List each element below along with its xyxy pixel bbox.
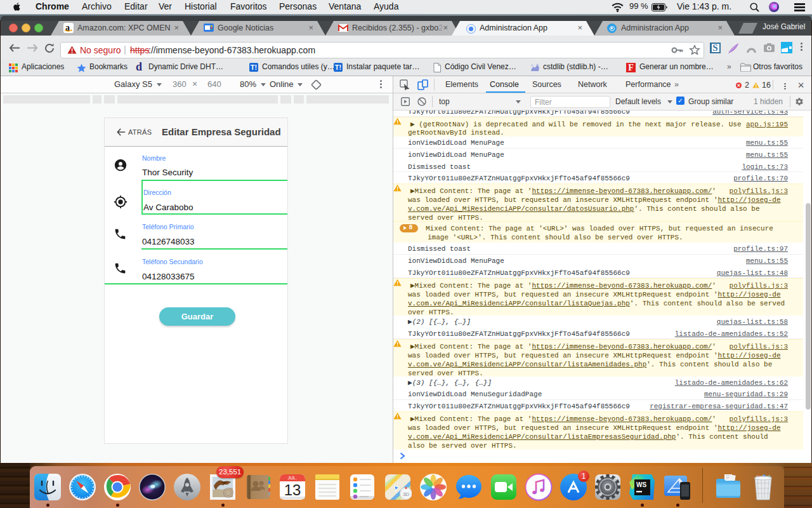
svg-text:WS: WS [636, 481, 646, 488]
svg-text:3D: 3D [403, 491, 409, 497]
svg-text:13: 13 [284, 481, 301, 498]
svg-text:JUL.: JUL. [288, 476, 297, 480]
